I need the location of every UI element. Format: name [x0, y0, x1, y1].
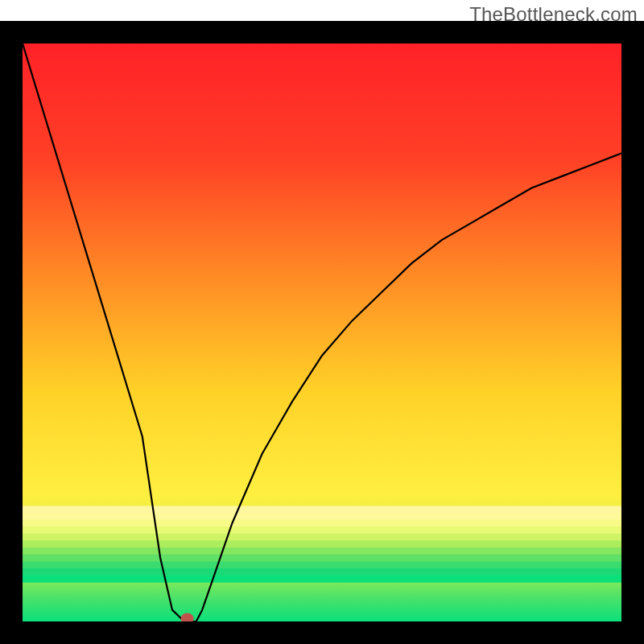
svg-rect-1	[23, 506, 621, 513]
svg-rect-11	[23, 576, 621, 583]
svg-rect-6	[23, 540, 621, 547]
plot-area	[23, 43, 621, 624]
svg-rect-9	[23, 561, 621, 568]
chart-frame: TheBottleneck.com	[0, 0, 644, 644]
svg-rect-2	[23, 513, 621, 520]
svg-rect-7	[23, 547, 621, 555]
svg-rect-5	[23, 534, 621, 541]
svg-rect-4	[23, 526, 621, 534]
svg-rect-10	[23, 568, 621, 576]
bottleneck-chart	[0, 21, 644, 644]
svg-rect-8	[23, 555, 621, 562]
svg-rect-3	[23, 520, 621, 527]
gradient-lower-bars	[23, 506, 621, 582]
watermark-text: TheBottleneck.com	[469, 3, 638, 26]
